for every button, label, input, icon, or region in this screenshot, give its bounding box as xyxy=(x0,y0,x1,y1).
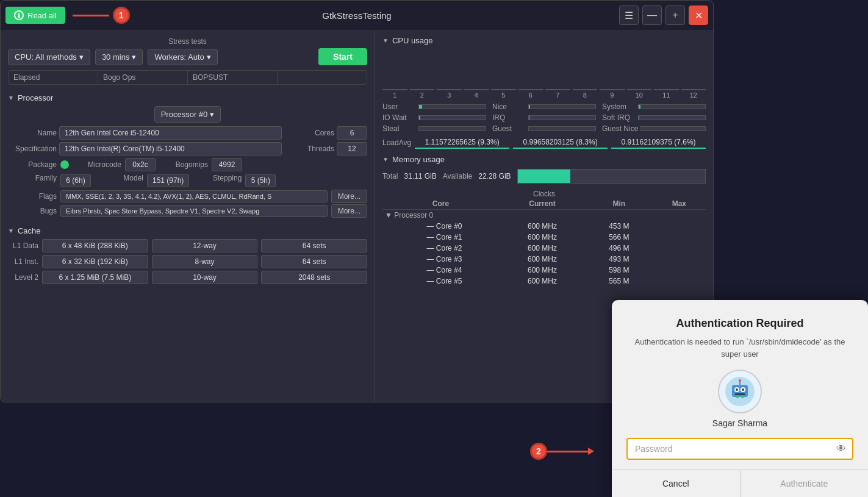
stats-row: Elapsed Bogo Ops BOPSUST xyxy=(8,70,367,85)
cpu-bar-track xyxy=(600,89,625,90)
level2-assoc: 10-way xyxy=(152,271,258,284)
level2-sets: 2048 sets xyxy=(261,271,367,284)
spec-threads-row: Specification 12th Gen Intel(R) Core(TM)… xyxy=(8,142,367,156)
bugs-more-button[interactable]: More... xyxy=(331,204,367,218)
cpu-bar-col: 7 xyxy=(545,89,570,99)
cpu-bar-track xyxy=(437,89,462,90)
cpu-bar-num: 10 xyxy=(636,91,643,99)
duration-dropdown[interactable]: 30 mins ▾ xyxy=(95,49,143,65)
model-label: Model xyxy=(95,174,143,187)
cpu-bar-track xyxy=(573,89,598,90)
left-panel: Stress tests CPU: All methods ▾ 30 mins … xyxy=(1,30,375,402)
level2-label: Level 2 xyxy=(8,273,38,282)
cpu-bar-col: 1 xyxy=(382,89,407,99)
l1data-sets: 64 sets xyxy=(261,239,367,252)
cpu-bar-col: 9 xyxy=(600,89,625,99)
core-current: 600 MHz xyxy=(499,232,586,243)
package-label: Package xyxy=(8,160,57,169)
clock-core-row: — Core #3 600 MHz 493 M xyxy=(382,254,706,265)
authenticate-button[interactable]: Authenticate xyxy=(741,470,869,497)
clock-core-row: — Core #2 600 MHz 496 M xyxy=(382,243,706,254)
elapsed-cell: Elapsed xyxy=(9,71,98,84)
processor-selector-dropdown[interactable]: Processor #0 ▾ xyxy=(154,106,221,123)
stepping-label: Stepping xyxy=(193,174,242,187)
l1data-size: 6 x 48 KiB (288 KiB) xyxy=(42,239,148,252)
core-max xyxy=(653,276,706,287)
core-current: 600 MHz xyxy=(499,254,586,265)
core-min: 565 M xyxy=(586,276,653,287)
bogomips-label: Bogomips xyxy=(159,160,208,169)
col-core: Core xyxy=(382,198,499,210)
core-max xyxy=(653,221,706,232)
start-button[interactable]: Start xyxy=(318,48,367,65)
title-bar: ℹ Read all 1 GtkStressTesting ☰ — + ✕ xyxy=(1,1,713,30)
cpu-bar-track xyxy=(491,89,516,90)
l1inst-sets: 64 sets xyxy=(261,255,367,268)
metric-label: Soft IRQ xyxy=(602,113,636,122)
spec-group: Specification 12th Gen Intel(R) Core(TM)… xyxy=(8,142,282,156)
loadavg-label: LoadAvg xyxy=(382,138,411,147)
core-current: 600 MHz xyxy=(499,221,586,232)
threads-group: Threads 12 xyxy=(285,142,367,156)
clock-core-row: — Core #1 600 MHz 566 M xyxy=(382,232,706,243)
l1inst-assoc: 8-way xyxy=(152,255,258,268)
cancel-button[interactable]: Cancel xyxy=(612,470,741,497)
available-value: 22.28 GiB xyxy=(478,172,511,181)
cpu-bar-num: 11 xyxy=(662,91,670,99)
annotation-2-arrow xyxy=(547,451,590,452)
name-group: Name 12th Gen Intel Core i5-12400 xyxy=(8,126,282,140)
core-name: — Core #0 xyxy=(382,221,499,232)
annotation-1-circle: 1 xyxy=(113,7,130,24)
eye-icon[interactable]: 👁 xyxy=(836,443,846,454)
metric-label: Guest Nice xyxy=(602,124,638,133)
l1inst-label: L1 Inst. xyxy=(8,257,38,266)
arrow-head-2 xyxy=(588,448,594,455)
cores-value: 6 xyxy=(337,126,367,140)
metric-fill xyxy=(639,105,640,109)
cpu-bar-track xyxy=(464,89,489,90)
cores-label: Cores xyxy=(285,129,334,137)
cpu-bar-num: 3 xyxy=(447,91,451,99)
metric-label: Guest xyxy=(492,124,526,133)
minimize-button[interactable]: — xyxy=(642,5,662,25)
stress-controls: CPU: All methods ▾ 30 mins ▾ Workers: Au… xyxy=(8,48,367,65)
workers-dropdown[interactable]: Workers: Auto ▾ xyxy=(148,49,217,65)
processor-section: ▼ Processor Processor #0 ▾ Name 12th Gen… xyxy=(8,91,367,218)
auth-buttons: Cancel Authenticate xyxy=(612,470,868,497)
name-label: Name xyxy=(8,129,57,137)
core-max xyxy=(653,243,706,254)
cache-triangle: ▼ xyxy=(8,227,14,234)
maximize-button[interactable]: + xyxy=(665,5,685,25)
metric-row: Soft IRQ xyxy=(602,113,706,122)
l1data-label: L1 Data xyxy=(8,241,38,250)
level2-size: 6 x 1.25 MiB (7.5 MiB) xyxy=(42,271,148,284)
clocks-title: Clocks xyxy=(382,190,706,198)
metric-bar xyxy=(418,115,486,120)
cpu-bar-track xyxy=(654,89,679,90)
cpu-bar-num: 5 xyxy=(501,91,505,99)
cpu-usage-header: ▼ CPU usage xyxy=(382,36,706,45)
annotation-2: 2 xyxy=(526,443,590,460)
read-all-button[interactable]: ℹ Read all xyxy=(5,7,65,24)
close-button[interactable]: ✕ xyxy=(689,5,708,25)
content-area: Stress tests CPU: All methods ▾ 30 mins … xyxy=(1,30,713,402)
cpu-method-dropdown[interactable]: CPU: All methods ▾ xyxy=(8,49,90,65)
loadavg-val-2: 0.99658203125 (8.3%) xyxy=(513,137,608,149)
core-min: 493 M xyxy=(586,254,653,265)
memory-bar-fill xyxy=(518,170,570,183)
metric-row: IO Wait xyxy=(382,113,486,122)
auth-username: Sagar Sharma xyxy=(712,418,767,428)
read-all-label: Read all xyxy=(27,11,57,20)
password-input[interactable] xyxy=(626,438,853,460)
clock-core-row: — Core #0 600 MHz 453 M xyxy=(382,221,706,232)
clock-core-row: — Core #5 600 MHz 565 M xyxy=(382,276,706,287)
auth-avatar-container: Sagar Sharma xyxy=(612,370,868,438)
metric-fill xyxy=(419,116,420,120)
threads-value: 12 xyxy=(337,142,367,156)
cache-header: ▼ Cache xyxy=(8,226,367,235)
metric-row: System xyxy=(602,102,706,111)
flags-more-button[interactable]: More... xyxy=(331,190,367,203)
cores-group: Cores 6 xyxy=(285,126,367,140)
metric-bar xyxy=(418,104,486,109)
menu-button[interactable]: ☰ xyxy=(619,5,639,25)
